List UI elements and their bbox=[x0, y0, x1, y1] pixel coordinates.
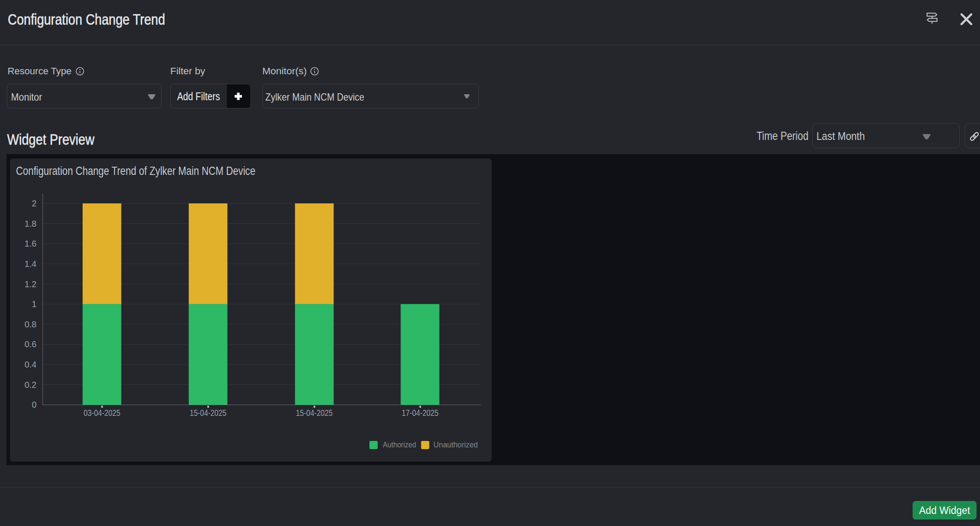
svg-text:Configuration Change Trend: Configuration Change Trend bbox=[8, 11, 165, 28]
svg-text:Add Filters: Add Filters bbox=[177, 90, 220, 102]
svg-text:03-04-2025: 03-04-2025 bbox=[83, 408, 120, 418]
svg-text:15-04-2025: 15-04-2025 bbox=[190, 408, 226, 418]
svg-text:Time Period: Time Period bbox=[757, 130, 808, 143]
svg-text:Zylker Main NCM Device: Zylker Main NCM Device bbox=[265, 91, 364, 103]
svg-text:Last Month: Last Month bbox=[817, 130, 865, 143]
svg-text:0.4: 0.4 bbox=[25, 360, 37, 369]
svg-text:Monitor: Monitor bbox=[11, 91, 42, 103]
svg-text:Filter by: Filter by bbox=[170, 66, 205, 76]
svg-text:15-04-2025: 15-04-2025 bbox=[296, 408, 333, 418]
svg-text:1.8: 1.8 bbox=[25, 219, 37, 228]
svg-text:2: 2 bbox=[32, 199, 36, 208]
svg-text:Authorized: Authorized bbox=[383, 440, 416, 449]
svg-text:17-04-2025: 17-04-2025 bbox=[402, 408, 439, 418]
svg-text:0.2: 0.2 bbox=[25, 380, 37, 390]
svg-text:Unauthorized: Unauthorized bbox=[433, 440, 478, 449]
svg-text:1: 1 bbox=[32, 299, 36, 309]
svg-text:Resource Type: Resource Type bbox=[8, 66, 72, 76]
svg-text:1.2: 1.2 bbox=[25, 279, 37, 289]
svg-text:Monitor(s): Monitor(s) bbox=[262, 66, 307, 76]
svg-text:1.4: 1.4 bbox=[25, 259, 37, 269]
svg-text:1.6: 1.6 bbox=[25, 239, 37, 248]
svg-text:Configuration Change Trend of: Configuration Change Trend of Zylker Mai… bbox=[16, 164, 255, 177]
svg-text:Add Widget: Add Widget bbox=[919, 505, 970, 516]
svg-text:0.6: 0.6 bbox=[25, 339, 37, 349]
svg-text:0: 0 bbox=[32, 400, 36, 409]
svg-text:Widget Preview: Widget Preview bbox=[7, 131, 95, 148]
svg-text:0.8: 0.8 bbox=[25, 320, 37, 329]
